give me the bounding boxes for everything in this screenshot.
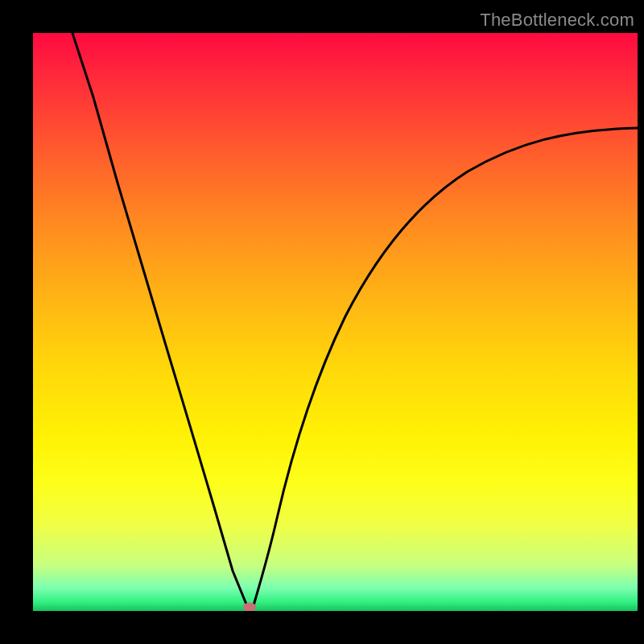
watermark-text: TheBottleneck.com (480, 10, 634, 31)
curve-right-branch (254, 128, 638, 605)
minimum-marker (243, 603, 256, 612)
curve-svg (33, 33, 638, 611)
chart-frame: TheBottleneck.com (0, 0, 644, 644)
plot-area (33, 33, 638, 611)
curve-left-branch (72, 33, 247, 606)
